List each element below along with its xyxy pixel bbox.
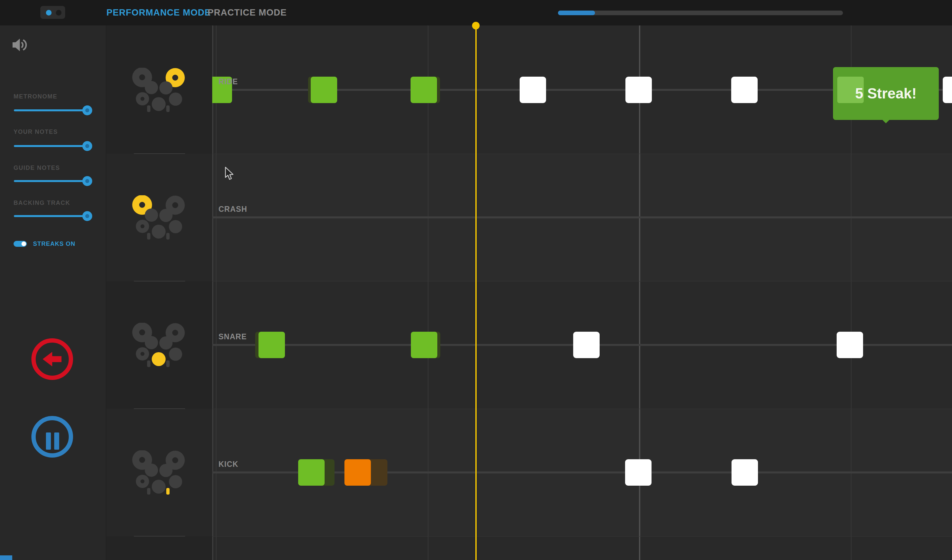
slider-track-0[interactable] (14, 110, 87, 111)
hit-note-ride (411, 77, 437, 103)
tom2-pad-icon (159, 464, 173, 477)
slider-handle-1[interactable] (82, 141, 92, 151)
snare-pad-icon (152, 352, 165, 366)
upcoming-note-snare (837, 332, 863, 358)
speaker-icon (12, 38, 28, 52)
upcoming-note-ride (731, 77, 758, 103)
song-progress-bar (558, 11, 843, 15)
mouse-cursor (225, 167, 235, 181)
icon-column-separator (134, 153, 185, 154)
lane-separator-line (212, 536, 952, 537)
hit-note-kick (298, 459, 325, 486)
icon-column-separator (134, 536, 185, 537)
kick-pedal-icon (166, 488, 170, 495)
slider-label-guide-notes: GUIDE NOTES (14, 165, 99, 171)
kick-pedal-icon (166, 233, 170, 239)
streak-badge: 5 Streak! (833, 67, 939, 120)
tom1-pad-icon (145, 81, 158, 94)
lane-label-crash: CRASH (218, 205, 247, 214)
back-button[interactable] (31, 338, 73, 380)
pause-icon (46, 432, 51, 450)
hihat-pedal-icon (147, 361, 150, 367)
left-panel: METRONOMEYOUR NOTESGUIDE NOTESBACKING TR… (0, 25, 107, 560)
kick-pedal-icon (166, 361, 170, 367)
slider-track-1[interactable] (14, 145, 87, 147)
lane-separator-line (212, 154, 952, 154)
app-window: RIDECRASHSNAREKICK5 Streak! PERFORMANCE … (0, 0, 952, 560)
lane-label-kick: KICK (218, 460, 238, 469)
snare-pad-icon (152, 480, 165, 494)
beat-line (428, 25, 428, 560)
upcoming-note-kick (625, 459, 652, 486)
slider-handle-0[interactable] (82, 105, 92, 115)
bottom-left-blue-strip (0, 555, 12, 560)
drum-icon-column (106, 25, 212, 560)
streaks-toggle-label: STREAKS ON (33, 241, 76, 247)
slider-handle-2[interactable] (82, 176, 92, 186)
kick-pedal-icon (166, 105, 170, 112)
hit-note-snare (411, 332, 437, 358)
upcoming-note-ride (520, 77, 546, 103)
view-dot-active-icon (46, 10, 51, 15)
snare-pad-icon (152, 225, 165, 239)
upcoming-note-ride (943, 77, 952, 103)
tom2-pad-icon (159, 81, 173, 94)
song-progress-fill (558, 11, 595, 15)
drum-kit-icon-kick (132, 450, 185, 495)
slider-label-your-notes: YOUR NOTES (14, 128, 99, 136)
pause-icon (54, 432, 59, 450)
lane-center-line-crash (212, 216, 952, 218)
tom2-pad-icon (159, 336, 173, 350)
slider-track-3[interactable] (14, 215, 87, 217)
lane-separator-line (212, 409, 952, 409)
hit-note-ride (311, 77, 337, 103)
missed-note-kick (345, 459, 371, 486)
tom2-pad-icon (159, 209, 173, 222)
floor-tom-pad-icon (169, 475, 182, 488)
streaks-toggle[interactable] (14, 241, 27, 247)
view-dot-inactive-icon (56, 10, 62, 15)
upcoming-note-kick (731, 459, 758, 486)
floor-tom-pad-icon (169, 220, 182, 233)
floor-tom-pad-icon (169, 93, 182, 106)
upcoming-note-snare (573, 332, 600, 358)
lane-label-ride: RIDE (218, 77, 238, 86)
hihat-pedal-icon (147, 105, 150, 112)
drum-kit-icon-crash (132, 195, 185, 240)
streaks-toggle-knob (22, 242, 26, 246)
tom1-pad-icon (145, 208, 158, 222)
tab-practice-mode[interactable]: PRACTICE MODE (208, 0, 287, 25)
slider-track-2[interactable] (14, 180, 87, 182)
view-toggle[interactable] (40, 6, 65, 19)
beat-line (216, 25, 216, 560)
drum-kit-icon-ride (132, 68, 185, 112)
tom1-pad-icon (145, 336, 158, 349)
icon-column-separator (134, 408, 185, 409)
playhead-line[interactable] (475, 25, 477, 560)
hihat-pedal-icon (147, 233, 150, 239)
upcoming-note-ride (626, 77, 652, 103)
icon-column-separator (134, 281, 185, 281)
drum-kit-icon-snare (132, 323, 185, 367)
note-grid: RIDECRASHSNAREKICK5 Streak! (212, 25, 952, 560)
lane-label-snare: SNARE (218, 332, 247, 341)
playhead-dot[interactable] (472, 22, 480, 29)
pause-button[interactable] (31, 416, 73, 458)
slider-label-backing-track: BACKING TRACK (14, 199, 99, 207)
hit-note-snare (258, 332, 285, 358)
floor-tom-pad-icon (169, 347, 182, 361)
hihat-pedal-icon (147, 488, 150, 495)
back-arrow-icon (42, 351, 62, 367)
slider-label-metronome: METRONOME (14, 93, 99, 100)
tom1-pad-icon (145, 464, 158, 477)
grid-left-border-line (212, 25, 213, 560)
timeline-area: RIDECRASHSNAREKICK5 Streak! (106, 25, 952, 560)
streak-badge-label: 5 Streak! (833, 67, 939, 120)
snare-pad-icon (152, 97, 165, 111)
tab-performance-mode[interactable]: PERFORMANCE MODE (107, 0, 211, 25)
slider-handle-3[interactable] (82, 211, 92, 221)
